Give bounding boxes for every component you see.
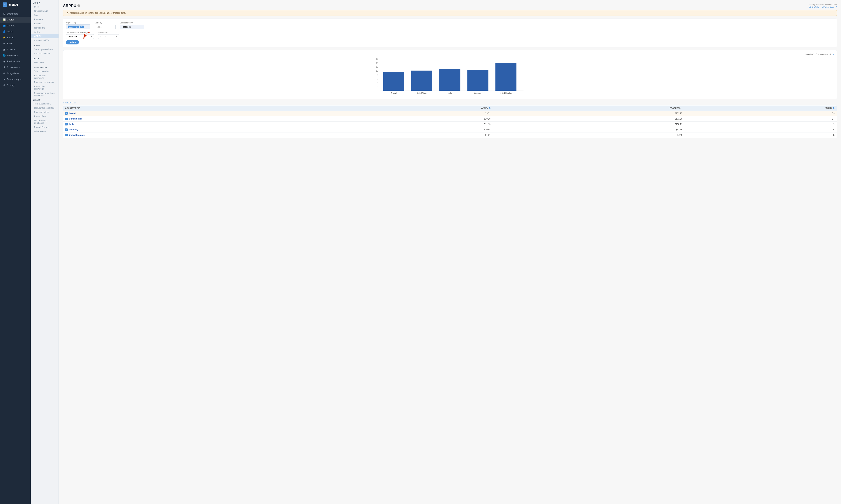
section-money: MONEY MRR Gross revenue Sales Proceeds R… [31, 0, 58, 42]
sidebar-item-web-to-app[interactable]: 🌐 Web-to-App [0, 52, 31, 58]
col-proceeds[interactable]: PROCEEDS ↓ [493, 106, 685, 111]
screens-icon: ▣ [3, 48, 5, 51]
col-country: COUNTRY BY IP [63, 106, 340, 111]
sidebar-sub-regular-subscriptions[interactable]: Regular subscriptions [31, 106, 58, 110]
export-csv-button[interactable]: ⬆ Export CSV [63, 102, 76, 104]
sidebar-sub-paid-intro-conversion[interactable]: Paid intro conversion [31, 80, 58, 84]
country-name[interactable]: United States [69, 118, 83, 120]
cell-proceeds: $173.26 [493, 116, 685, 122]
check-icon: ✓ [66, 129, 67, 131]
sidebar-item-feature-request[interactable]: ★ Feature request [0, 76, 31, 82]
users-sort-icon: ⇅ [833, 107, 835, 109]
calculate-using-select[interactable]: Proceeds ▾ [120, 25, 144, 29]
sidebar-sub-churned-revenue[interactable]: Churned revenue [31, 51, 58, 56]
cohort-period-label: Cohort Period [98, 31, 119, 33]
tag-close-icon[interactable]: ✕ [81, 26, 83, 28]
next-page-icon[interactable]: › [833, 53, 834, 55]
y-label-12: 12 [376, 66, 378, 68]
col-arppu[interactable]: ARPPU ⇅ [340, 106, 493, 111]
sidebar-sub-proceeds[interactable]: Proceeds [31, 17, 58, 21]
cell-proceeds: $752.27 [493, 111, 685, 116]
row-checkbox[interactable]: ✓ [65, 134, 68, 136]
page-title-row: ARPPU i [63, 3, 80, 8]
sidebar-sub-mrr[interactable]: MRR [31, 5, 58, 9]
lightning-icon: ⚡ [3, 36, 5, 39]
sidebar-item-charts[interactable]: 📊 Charts [0, 17, 31, 22]
sidebar-item-settings[interactable]: ⚙ Settings [0, 82, 31, 88]
row-checkbox[interactable]: ✓ [65, 118, 68, 120]
section-money-label: MONEY [31, 0, 58, 5]
sidebar-sub-regular-subs-conversion[interactable]: Regular subs. conversion [31, 73, 58, 80]
gear-icon: ⚙ [3, 84, 5, 87]
sidebar-sub-refund-rate[interactable]: Refund rate [31, 26, 58, 30]
cohort-period-select[interactable]: 7 Days ▾ [98, 34, 119, 39]
calculate-users-select[interactable]: Purchase ▾ [66, 34, 94, 39]
sidebar-item-screens[interactable]: ▣ Screens [0, 47, 31, 52]
sidebar-item-rules[interactable]: ◈ Rules [0, 40, 31, 47]
logo[interactable]: a apphud [0, 0, 31, 9]
cohort-period-arrow-icon: ▾ [116, 36, 117, 38]
row-checkbox[interactable]: ✓ [65, 128, 68, 131]
sidebar-sub-gross-revenue[interactable]: Gross revenue [31, 9, 58, 13]
sidebar-sub-trial-conversion[interactable]: Trial conversion [31, 69, 58, 73]
hub-icon: ◉ [3, 60, 5, 62]
segment-by-select[interactable]: Country by IP ✕ [66, 24, 90, 29]
filter-date-link[interactable]: JUL 1, 2021 → JUL 31, 2021 ▾ [808, 5, 837, 8]
table-row: ✓ India $11.13 $100.21 9 [63, 122, 837, 127]
sidebar-sub-other-events[interactable]: Other events [31, 129, 58, 133]
export-icon: ⬆ [63, 102, 65, 104]
bar-germany[interactable] [467, 70, 488, 91]
col-users[interactable]: USERS ⇅ [684, 106, 837, 111]
country-name[interactable]: India [69, 123, 74, 125]
sidebar-sub-refunds[interactable]: Refunds [31, 21, 58, 26]
bar-india[interactable] [440, 69, 461, 91]
segment-by-label: Segment by [66, 21, 90, 24]
cell-proceeds: $42.3 [493, 132, 685, 138]
sidebar-item-cohorts[interactable]: 👥 Cohorts [0, 22, 31, 29]
grid-icon: ⊞ [3, 12, 5, 15]
row-checkbox[interactable]: ✓ [65, 112, 68, 115]
country-name[interactable]: Overall [69, 112, 76, 115]
cell-country: ✓ United Kingdom [63, 132, 340, 138]
info-icon[interactable]: i [78, 4, 80, 7]
sidebar-sub-promo-offers[interactable]: Promo offers [31, 114, 58, 119]
section-events-label: EVENTS [31, 97, 58, 102]
person-icon: 👤 [3, 30, 5, 33]
sidebar-item-product-hub[interactable]: ◉ Product Hub [0, 58, 31, 64]
chevron-down-icon: ▾ [836, 5, 837, 8]
sidebar-sub-trial-subscriptions[interactable]: Trial subscriptions [31, 102, 58, 106]
y-label-4: 4 [377, 82, 378, 84]
bar-overall[interactable] [383, 72, 405, 91]
sidebar-item-experiments[interactable]: ⚗ Experiments [0, 64, 31, 70]
table-row: ✓ Overall $9.52 $752.27 79 [63, 111, 837, 116]
cell-country: ✓ India [63, 122, 340, 127]
star-icon: ★ [3, 78, 5, 80]
sidebar-sub-sales[interactable]: Sales [31, 13, 58, 17]
bar-us[interactable] [411, 71, 432, 91]
filters-area: Segment by Country by IP ✕ ...and by Non… [63, 19, 837, 48]
country-name[interactable]: Germany [69, 128, 78, 131]
sidebar-item-users[interactable]: 👤 Users [0, 29, 31, 35]
sidebar-sub-paywall-events[interactable]: Paywall Events [31, 125, 58, 129]
and-by-select[interactable]: None ▾ [95, 25, 116, 29]
sidebar-item-integrations[interactable]: ⇄ Integrations [0, 70, 31, 76]
sub-sidebar: MONEY MRR Gross revenue Sales Proceeds R… [31, 0, 59, 504]
sidebar-sub-arppu[interactable]: ARPPU [31, 34, 58, 38]
sidebar-item-events[interactable]: ⚡ Events [0, 35, 31, 40]
sidebar-sub-paid-intro-offers[interactable]: Paid intro offers [31, 110, 58, 114]
sidebar-item-dashboard[interactable]: ⊞ Dashboard [0, 11, 31, 17]
prev-page-icon[interactable]: ‹ [832, 53, 833, 55]
web-icon: 🌐 [3, 54, 5, 57]
sidebar-sub-non-renewing-purchases[interactable]: Non renewing purchases [31, 119, 58, 125]
sidebar-sub-promo-offer-conversion[interactable]: Promo offer conversion [31, 84, 58, 91]
where-button[interactable]: + Where [66, 40, 79, 44]
sidebar-sub-new-users[interactable]: New users [31, 60, 58, 65]
bar-uk[interactable] [496, 63, 516, 91]
country-name[interactable]: United Kingdom [69, 134, 85, 136]
row-checkbox[interactable]: ✓ [65, 123, 68, 125]
sidebar-sub-arpu[interactable]: ARPU [31, 30, 58, 34]
sidebar-sub-non-renewing-conversion[interactable]: Non-renewing purchase conversion [31, 91, 58, 97]
sidebar-sub-subscriptions-churn[interactable]: Subscriptions churn [31, 47, 58, 51]
sidebar-sub-cumulative-ltv[interactable]: Cumulative LTV [31, 38, 58, 42]
y-label-16: 16 [376, 58, 378, 60]
